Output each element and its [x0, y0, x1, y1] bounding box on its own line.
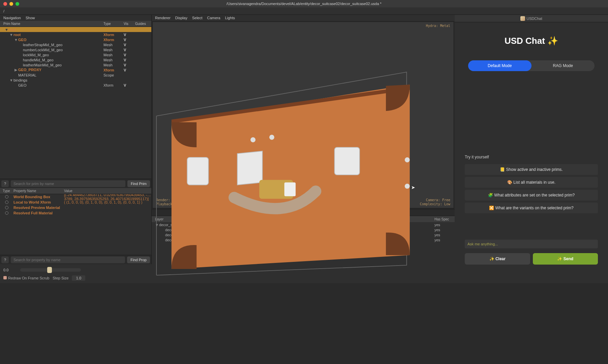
- tree-row[interactable]: ▶GEO_PROXYXformV: [0, 67, 151, 72]
- prim-vis[interactable]: V: [124, 33, 135, 37]
- tree-row[interactable]: GEOXformV: [0, 83, 151, 88]
- tree-row[interactable]: leatherStrapMid_M_geoMeshV: [0, 42, 151, 47]
- tree-header-name[interactable]: Prim Name: [0, 22, 103, 26]
- redraw-checkbox[interactable]: Redraw On Frame Scrub: [3, 276, 49, 280]
- prim-type: Xform: [103, 83, 124, 87]
- prim-type: Mesh: [103, 53, 124, 57]
- outliner-menubar: Navigation Show: [0, 15, 151, 21]
- prim-tree[interactable]: ▼root▼rootXformV▼GEOXformVleatherStrapMi…: [0, 27, 151, 179]
- property-header-type[interactable]: Type: [0, 189, 13, 193]
- prim-vis[interactable]: V: [124, 48, 135, 52]
- chat-mode-segment: Default Mode RAG Mode: [468, 60, 595, 71]
- clear-button[interactable]: ✨ Clear: [465, 253, 530, 265]
- prim-type: Mesh: [103, 48, 124, 52]
- property-row[interactable]: Local to World Xform( (1, 0, 0, 0), (0, …: [0, 200, 151, 205]
- property-type-icon: [5, 206, 8, 209]
- viewport-3d[interactable]: Hydra: Metal Render: 0.00 ms (inf FPS) P…: [152, 22, 454, 208]
- find-prop-button[interactable]: Find Prop: [127, 256, 150, 263]
- prim-name: GEO: [18, 38, 26, 42]
- disclosure-icon[interactable]: ▼: [5, 28, 8, 32]
- breadcrumb-root[interactable]: /: [3, 9, 4, 13]
- cursor-icon: ➤: [411, 185, 415, 190]
- prim-name: root: [13, 33, 21, 37]
- disclosure-icon[interactable]: ▶: [14, 68, 18, 72]
- find-prim-button[interactable]: Find Prim: [127, 180, 150, 187]
- prim-name: root: [9, 28, 16, 32]
- chat-input-placeholder: Ask me anything...: [467, 242, 498, 246]
- window-titlebar: /Users/sivanagendra/Documents/devel/ALab…: [0, 0, 608, 7]
- rag-mode-button[interactable]: RAG Mode: [531, 60, 595, 71]
- svg-rect-8: [335, 147, 360, 175]
- timeline-start[interactable]: 0.0: [3, 268, 17, 272]
- property-header-name[interactable]: Property Name: [13, 189, 64, 193]
- tree-row[interactable]: MATERIALScope: [0, 72, 151, 78]
- svg-point-3: [269, 135, 274, 140]
- tree-row[interactable]: handleMid_M_geoMeshV: [0, 57, 151, 62]
- tree-row[interactable]: ▼GEOXformV: [0, 37, 151, 42]
- property-search-help-button[interactable]: ?: [1, 256, 9, 263]
- menu-lights[interactable]: Lights: [225, 16, 235, 20]
- prim-vis[interactable]: V: [124, 63, 135, 67]
- svg-marker-7: [237, 151, 262, 185]
- disclosure-icon[interactable]: ▼: [9, 33, 13, 37]
- prim-search-help-button[interactable]: ?: [1, 180, 9, 187]
- property-search-input[interactable]: [11, 256, 125, 263]
- svg-point-2: [250, 137, 255, 142]
- menu-show[interactable]: Show: [26, 16, 35, 20]
- property-row[interactable]: Resolved Full Material: [0, 210, 151, 216]
- tree-header-guides[interactable]: Guides: [135, 22, 151, 26]
- tree-header-type[interactable]: Type: [103, 22, 124, 26]
- svg-point-5: [405, 184, 410, 189]
- send-button[interactable]: ✨ Send: [533, 253, 598, 265]
- menu-select[interactable]: Select: [192, 16, 203, 20]
- menu-navigation[interactable]: Navigation: [3, 16, 21, 20]
- property-name: Resolved Preview Material: [13, 206, 64, 210]
- prim-vis[interactable]: V: [124, 68, 135, 72]
- prim-name: GEO: [18, 83, 26, 87]
- tree-row[interactable]: numberLockMid_M_geoMeshV: [0, 47, 151, 52]
- menu-display[interactable]: Display: [175, 16, 187, 20]
- property-type-icon: [5, 201, 8, 204]
- step-size-value[interactable]: 1.0: [72, 275, 85, 281]
- prim-vis[interactable]: V: [124, 53, 135, 57]
- tree-row[interactable]: lockMid_M_geoMeshV: [0, 52, 151, 57]
- prim-vis[interactable]: V: [124, 38, 135, 42]
- default-mode-button[interactable]: Default Mode: [468, 60, 531, 71]
- suggestion-button[interactable]: 🧩 What attributes are set on the selecte…: [465, 190, 598, 201]
- chat-input[interactable]: Ask me anything...: [465, 240, 598, 248]
- prim-name: numberLockMid_M_geo: [23, 48, 63, 52]
- prim-search-input[interactable]: [11, 180, 125, 187]
- property-header-value[interactable]: Value: [64, 189, 151, 193]
- chat-tab[interactable]: USDChat: [526, 17, 542, 21]
- suggestion-button[interactable]: 📒 Show active and inactive prims.: [465, 164, 598, 175]
- property-list[interactable]: World Bounding Box[(-24.48446273803711, …: [0, 194, 151, 255]
- menu-renderer[interactable]: Renderer: [155, 16, 171, 20]
- suggestion-button[interactable]: 🔀 What are the variants on the selected …: [465, 203, 598, 213]
- breadcrumb: /: [0, 7, 608, 15]
- step-size-label: Step Size: [53, 276, 68, 280]
- property-row[interactable]: World Bounding Box[(-24.48446273803711, …: [0, 194, 151, 200]
- property-name: Local to World Xform: [13, 200, 64, 204]
- property-type-icon: [5, 195, 8, 199]
- prim-type: Mesh: [103, 43, 124, 47]
- prim-vis[interactable]: V: [124, 43, 135, 47]
- prim-vis[interactable]: V: [124, 58, 135, 62]
- disclosure-icon[interactable]: ▼: [9, 78, 13, 82]
- tree-header-vis[interactable]: Vis: [124, 22, 135, 26]
- menu-camera[interactable]: Camera: [207, 16, 220, 20]
- tree-row[interactable]: ▼bindings: [0, 78, 151, 83]
- property-value: ( (1, 0, 0, 0), (0, 1, 0, 0), (0, 0, 1, …: [64, 200, 151, 204]
- tree-row[interactable]: leatherMainMid_M_geoMeshV: [0, 62, 151, 67]
- disclosure-icon[interactable]: ▼: [14, 38, 18, 42]
- timeline-track[interactable]: [20, 268, 81, 272]
- tree-row[interactable]: ▼rootXformV: [0, 32, 151, 37]
- prim-vis[interactable]: V: [124, 83, 135, 87]
- prim-type: Scope: [103, 73, 124, 77]
- prim-name: GEO_PROXY: [18, 68, 41, 72]
- chat-tabbar: USDChat: [455, 15, 608, 22]
- prim-name: leatherStrapMid_M_geo: [23, 43, 62, 47]
- property-row[interactable]: Resolved Preview Material: [0, 205, 151, 210]
- tree-row[interactable]: ▼root: [0, 27, 151, 32]
- timeline-knob[interactable]: [47, 267, 52, 273]
- suggestion-button[interactable]: 🎨 List all materials in use.: [465, 177, 598, 188]
